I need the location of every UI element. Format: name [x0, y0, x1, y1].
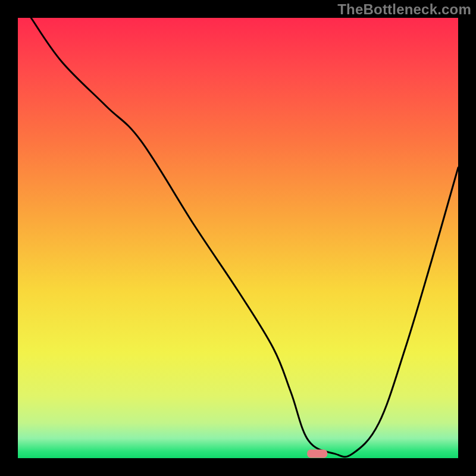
optimum-marker	[307, 450, 327, 458]
bottleneck-chart	[0, 0, 476, 476]
chart-frame: { "watermark": "TheBottleneck.com", "cha…	[0, 0, 476, 476]
